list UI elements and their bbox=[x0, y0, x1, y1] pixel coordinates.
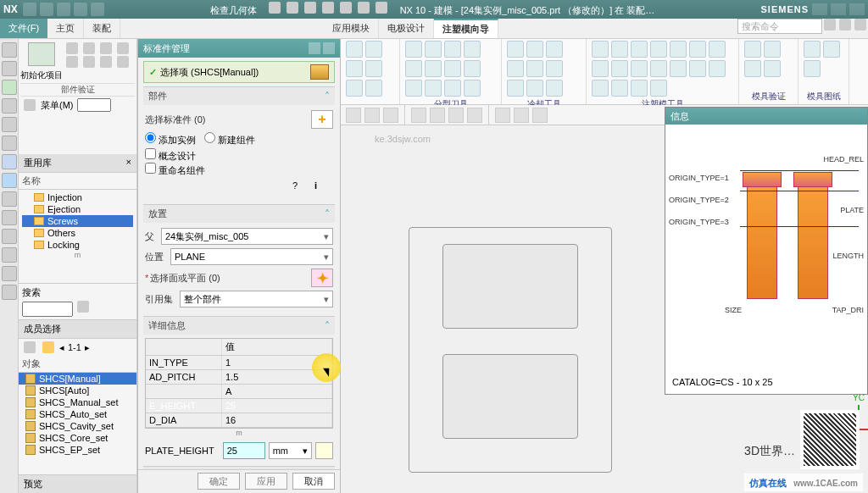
tree-item[interactable]: Injection bbox=[22, 191, 133, 203]
ribbon-icon[interactable] bbox=[346, 80, 363, 97]
section-detail[interactable]: 详细信息 ˄ bbox=[143, 316, 335, 335]
ribbon-icon[interactable] bbox=[425, 80, 442, 97]
section-placement[interactable]: 放置 ˄ bbox=[143, 204, 335, 223]
prev-icon[interactable]: ◂ bbox=[59, 342, 64, 353]
search-input[interactable] bbox=[22, 302, 73, 317]
section-part[interactable]: 部件 ˄ bbox=[143, 86, 335, 105]
tool-icon[interactable] bbox=[287, 2, 298, 14]
cb-concept[interactable]: 概念设计 bbox=[145, 148, 333, 163]
ribbon-icon[interactable] bbox=[631, 80, 648, 97]
select-button[interactable]: + bbox=[311, 110, 333, 129]
ribbon-icon[interactable] bbox=[464, 80, 481, 97]
ribbon-icon[interactable] bbox=[444, 80, 461, 97]
ribbon-icon[interactable] bbox=[526, 41, 543, 58]
window-icon[interactable] bbox=[839, 19, 851, 30]
ribbon-icon[interactable] bbox=[592, 60, 609, 77]
ribbon-icon[interactable] bbox=[405, 80, 422, 97]
ribbon-icon[interactable] bbox=[507, 80, 524, 97]
list-item[interactable]: SHCS_Cavity_set bbox=[19, 420, 136, 432]
select-face-row[interactable]: *选择面或平面 (0) ✦ bbox=[145, 267, 333, 289]
dialog-close-icon[interactable] bbox=[323, 42, 335, 54]
ribbon-icon[interactable] bbox=[764, 60, 781, 77]
cb-rename[interactable]: 重命名组件 bbox=[145, 163, 333, 177]
next-icon[interactable]: ▸ bbox=[85, 342, 90, 353]
ribbon-icon[interactable] bbox=[689, 41, 706, 58]
position-dropdown[interactable]: PLANE▾ bbox=[170, 248, 333, 265]
ribbon-icon[interactable] bbox=[117, 42, 129, 54]
list-item-selected[interactable]: SHCS[Manual] bbox=[19, 373, 136, 385]
redo-icon[interactable] bbox=[57, 3, 70, 16]
info-button[interactable]: ? bbox=[292, 180, 311, 197]
view-tool-icon[interactable] bbox=[495, 108, 510, 123]
ribbon-icon[interactable] bbox=[405, 41, 422, 58]
ribbon-icon[interactable] bbox=[744, 41, 761, 58]
ribbon-icon[interactable] bbox=[689, 60, 706, 77]
ribbon-icon[interactable] bbox=[611, 41, 628, 58]
book-icon[interactable] bbox=[2, 154, 17, 169]
radio-new-component[interactable]: 新建组件 bbox=[204, 132, 255, 147]
ribbon-icon[interactable] bbox=[709, 60, 726, 77]
ribbon-icon[interactable] bbox=[507, 60, 524, 77]
view-grid-icon[interactable] bbox=[24, 341, 36, 353]
ribbon-icon[interactable] bbox=[83, 56, 95, 68]
ribbon-icon[interactable] bbox=[592, 41, 609, 58]
ribbon-icon[interactable] bbox=[526, 80, 543, 97]
more-icon[interactable] bbox=[854, 19, 866, 30]
ribbon-icon[interactable] bbox=[425, 41, 442, 58]
table-row[interactable]: AD_PITCH1.5 bbox=[146, 370, 332, 385]
ribbon-icon[interactable] bbox=[823, 41, 840, 58]
tool-icon[interactable] bbox=[358, 2, 370, 14]
list-item[interactable]: SHCS_EP_set bbox=[19, 444, 136, 456]
ribbon-icon[interactable] bbox=[546, 60, 563, 77]
tool-icon[interactable] bbox=[269, 2, 281, 14]
ribbon-icon[interactable] bbox=[100, 56, 112, 68]
ribbon-icon[interactable] bbox=[66, 56, 78, 68]
history-icon[interactable] bbox=[2, 98, 17, 114]
undo-icon[interactable] bbox=[40, 3, 53, 16]
clock-icon[interactable] bbox=[2, 210, 17, 225]
view-tool-icon[interactable] bbox=[364, 108, 380, 123]
tab-moldwizard[interactable]: 注塑模向导 bbox=[434, 19, 498, 38]
tab-electrode[interactable]: 电极设计 bbox=[379, 19, 434, 38]
init-project-icon[interactable] bbox=[28, 42, 55, 66]
ribbon-icon[interactable] bbox=[526, 60, 543, 77]
minimize-button[interactable] bbox=[812, 3, 827, 15]
help-icon[interactable] bbox=[824, 19, 836, 30]
tab-assembly[interactable]: 装配 bbox=[84, 19, 120, 38]
save-icon[interactable] bbox=[23, 3, 36, 16]
scroll-indicator[interactable]: m bbox=[145, 429, 333, 437]
ribbon-icon[interactable] bbox=[365, 80, 382, 97]
hdr-icon[interactable] bbox=[2, 136, 17, 151]
command-search[interactable]: 搜索命令 bbox=[737, 19, 822, 34]
ribbon-icon[interactable] bbox=[670, 41, 687, 58]
ribbon-icon[interactable] bbox=[670, 60, 687, 77]
filter-icon[interactable] bbox=[42, 341, 54, 353]
reuse-lib-icon[interactable] bbox=[2, 80, 17, 95]
tool-icon[interactable] bbox=[322, 2, 334, 14]
unit-dropdown[interactable]: mm▾ bbox=[269, 442, 312, 459]
ribbon-icon[interactable] bbox=[444, 41, 461, 58]
ribbon-icon[interactable] bbox=[709, 41, 726, 58]
menu-icon[interactable] bbox=[24, 99, 36, 111]
tree-item-selected[interactable]: Screws bbox=[22, 215, 133, 227]
layers-icon[interactable] bbox=[2, 229, 17, 244]
file-menu[interactable]: 文件(F) bbox=[0, 19, 47, 38]
close-button[interactable] bbox=[849, 3, 865, 15]
dialog-pin-icon[interactable] bbox=[309, 42, 320, 54]
radio-add-instance[interactable]: 添加实例 bbox=[145, 132, 196, 147]
search-icon[interactable] bbox=[77, 301, 89, 313]
ribbon-icon[interactable] bbox=[804, 60, 821, 77]
selection-row[interactable]: ✓选择项 (SHCS[Manual]) bbox=[143, 61, 335, 83]
scroll-marker[interactable]: m bbox=[22, 251, 133, 259]
list-item[interactable]: SHCS_Auto_set bbox=[19, 408, 136, 420]
tab-application[interactable]: 应用模块 bbox=[324, 19, 379, 38]
copy-icon[interactable] bbox=[74, 3, 87, 16]
list-item[interactable]: SHCS[Auto] bbox=[19, 385, 136, 396]
view-tool-icon[interactable] bbox=[383, 108, 398, 123]
tool-icon[interactable] bbox=[304, 2, 316, 14]
cancel-button[interactable]: 取消 bbox=[292, 473, 335, 490]
restore-button[interactable] bbox=[831, 3, 846, 15]
view-tool-icon[interactable] bbox=[448, 108, 464, 123]
info-i-button[interactable]: i bbox=[314, 180, 333, 197]
select-standard-part[interactable]: 选择标准件 (0) + bbox=[145, 108, 333, 130]
